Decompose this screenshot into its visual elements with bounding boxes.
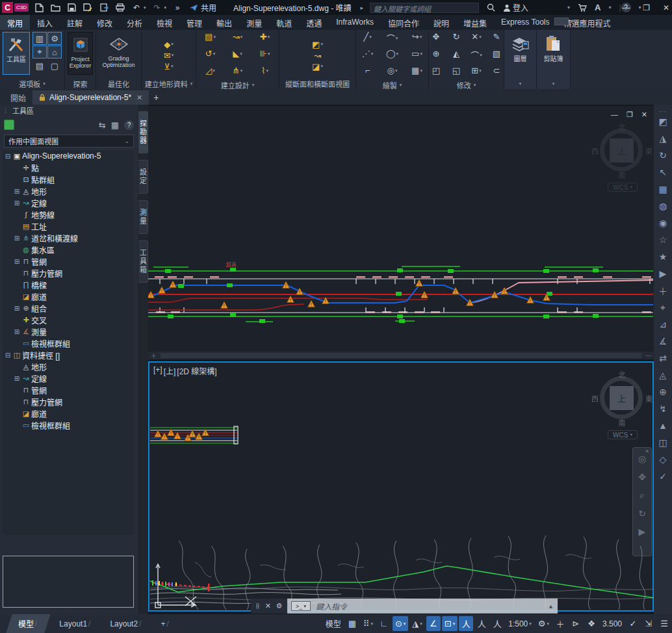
section-view-icon[interactable]: ◪▾: [311, 62, 324, 71]
layout-tab[interactable]: Layout2/: [101, 614, 151, 633]
qat-more-icon[interactable]: »: [172, 3, 183, 13]
wcs-dropdown-bottom[interactable]: WCS▾: [608, 430, 638, 439]
tree-item[interactable]: ⊓ 管網: [3, 384, 134, 396]
clean-screen-button[interactable]: ⇲: [641, 616, 656, 631]
surface-boundary[interactable]: [150, 566, 654, 598]
intersection-icon[interactable]: ✚▾: [253, 32, 278, 42]
design-speed-marker[interactable]: [543, 315, 549, 318]
ribbon-tab[interactable]: InfraWorks: [329, 15, 381, 30]
import-survey-icon[interactable]: ✉▾: [162, 51, 175, 60]
object-snap-toggle[interactable]: ⊡▾: [442, 616, 458, 631]
ribbon-display-toggle[interactable]: ▾: [554, 18, 573, 25]
station-offset-icon[interactable]: ▶: [656, 265, 670, 282]
ribbon-tab[interactable]: 增益集: [456, 15, 494, 30]
viewcube-bottom[interactable]: 上 北 南 西 東: [594, 370, 650, 426]
grading-optimization-button[interactable]: Grading Optimization: [99, 32, 138, 75]
ribbon-tab[interactable]: 分析: [120, 15, 149, 30]
array-icon[interactable]: ⊞▾: [468, 66, 485, 75]
latitude-icon[interactable]: ◍: [656, 198, 670, 214]
zoom-icon[interactable]: ⌕: [640, 491, 645, 500]
construction-line-icon[interactable]: ⋰▾: [357, 49, 379, 58]
tree-item[interactable]: ▭ 檢視框群組: [3, 337, 134, 349]
tree-item[interactable]: ⊞ ⋔ 道岔和橫渡線: [3, 232, 134, 244]
layer-palette-icon[interactable]: ▢: [47, 59, 62, 72]
toolspace-help-icon[interactable]: ?: [124, 120, 134, 130]
tree-item[interactable]: ⊟ ▣ Align-Superelevation-5: [3, 150, 134, 162]
design-speed-marker[interactable]: [259, 319, 265, 323]
filter-icon[interactable]: ✓: [656, 468, 670, 485]
scale-icon[interactable]: ◱: [448, 66, 465, 75]
hatch-icon[interactable]: ▦▾: [406, 66, 428, 75]
parcel-icon[interactable]: ▤▾: [198, 32, 223, 42]
tree-item[interactable]: ⊞ ∡ 測量: [3, 326, 134, 337]
explode-icon[interactable]: ▧: [488, 49, 506, 58]
rotate-icon[interactable]: ↻: [448, 32, 465, 42]
toolspace-title-bar[interactable]: ⋮ 工具區: [0, 105, 138, 116]
polar-tracking-toggle[interactable]: ⊙▾: [393, 616, 408, 631]
tree-expander-icon[interactable]: ⊞: [13, 375, 21, 382]
ribbon-tab[interactable]: 插入: [30, 15, 60, 30]
search-input[interactable]: 鍵入關鍵字或詞組: [370, 3, 479, 13]
palette-grip-icon[interactable]: ⋮: [3, 107, 9, 114]
tree-item[interactable]: ⊞ ↝ 定線: [3, 372, 134, 384]
drawing-tab-active[interactable]: Align-Superelevation-5* ✕: [32, 90, 149, 105]
tree-item[interactable]: ◬ 地形: [3, 361, 134, 372]
tree-item[interactable]: ✚ 交叉: [3, 314, 134, 326]
side-shot-icon[interactable]: ⊿: [656, 316, 670, 333]
command-input[interactable]: 鍵入指令: [316, 601, 543, 612]
tree-item[interactable]: ⊓ 壓力管網: [3, 267, 134, 279]
rectangle-icon[interactable]: ▭▾: [406, 49, 428, 58]
open-folder-icon[interactable]: [50, 3, 60, 13]
tree-item[interactable]: ⊞ ↝ 定線: [3, 197, 134, 209]
tree-expander-icon[interactable]: ⊞: [13, 235, 21, 242]
stretch-icon[interactable]: ◰: [428, 66, 445, 75]
ribbon-tab[interactable]: 常用: [0, 15, 30, 30]
design-speed-marker[interactable]: [543, 269, 549, 273]
design-speed-marker[interactable]: [165, 269, 171, 273]
tree-item[interactable]: ∫ 地勢線: [3, 209, 134, 220]
grid-display-toggle[interactable]: ▦: [345, 616, 359, 631]
view-control[interactable]: [上]: [164, 365, 176, 376]
redo-button[interactable]: ↷: [152, 3, 162, 13]
toolspace-side-tab[interactable]: 設定: [138, 160, 148, 194]
corridor-icon[interactable]: ⊪▾: [253, 49, 278, 58]
assembly-icon[interactable]: ⋔▾: [226, 66, 250, 75]
design-speed-marker[interactable]: [397, 268, 403, 272]
tree-item[interactable]: ⊡ 點群組: [3, 174, 134, 185]
grading-icon[interactable]: ↺▾: [198, 49, 223, 58]
ribbon-tab[interactable]: 管理: [179, 15, 209, 30]
angle-distance-icon[interactable]: ↖: [656, 164, 670, 181]
viewport-bottom-active[interactable]: [+] [上] [2D 線架構] 上 北 南 西 東 WCS▾ ✕ ◎ ✥ ⌕ …: [148, 361, 654, 612]
maximize-button[interactable]: ❐: [643, 3, 650, 12]
command-history-toggle[interactable]: ▲: [548, 603, 554, 610]
region-icon[interactable]: ⌐: [357, 66, 379, 75]
grade-slope-icon[interactable]: ◬: [656, 367, 670, 383]
app-logo-icon[interactable]: C: [2, 2, 13, 13]
toolspace-button[interactable]: 工具區: [3, 32, 30, 75]
properties-palette-icon[interactable]: ▤: [32, 59, 47, 72]
object-snap-tracking-toggle[interactable]: ∠: [426, 616, 441, 631]
layers-button[interactable]: 圖層: [507, 32, 534, 75]
ribbon-tab[interactable]: 輸出: [209, 15, 239, 30]
command-prompt-icon[interactable]: >_▾: [291, 601, 311, 611]
azimuth-icon[interactable]: ↻: [656, 147, 670, 164]
snap-mode-toggle[interactable]: ⠿▾: [361, 616, 376, 631]
quick-properties-toggle[interactable]: ⊳: [569, 616, 583, 631]
share-button[interactable]: 共用: [189, 2, 216, 13]
customization-menu-button[interactable]: ☰: [657, 616, 671, 631]
sample-lines-icon[interactable]: ↝: [313, 51, 322, 60]
elevation-surface-icon[interactable]: ▲: [656, 417, 670, 434]
design-speed-marker[interactable]: [230, 313, 236, 317]
zoom-point-icon[interactable]: ⌖: [656, 299, 670, 316]
survey-palette-icon[interactable]: ⌖: [32, 45, 47, 58]
visual-style-control[interactable]: [2D 線架構]: [177, 365, 216, 376]
clipboard-button[interactable]: 剪貼簿: [539, 32, 567, 75]
viewcube-top-face[interactable]: 上: [610, 386, 634, 410]
plot-icon[interactable]: [115, 3, 125, 13]
tree-expander-icon[interactable]: ⊟: [4, 352, 12, 359]
line-icon[interactable]: ╱▾: [357, 32, 379, 42]
tree-item[interactable]: ✛ 點: [3, 162, 134, 174]
tree-expander-icon[interactable]: ⊞: [13, 305, 21, 312]
design-speed-marker[interactable]: [448, 269, 454, 273]
ribbon-tab[interactable]: 軌道: [269, 15, 299, 30]
